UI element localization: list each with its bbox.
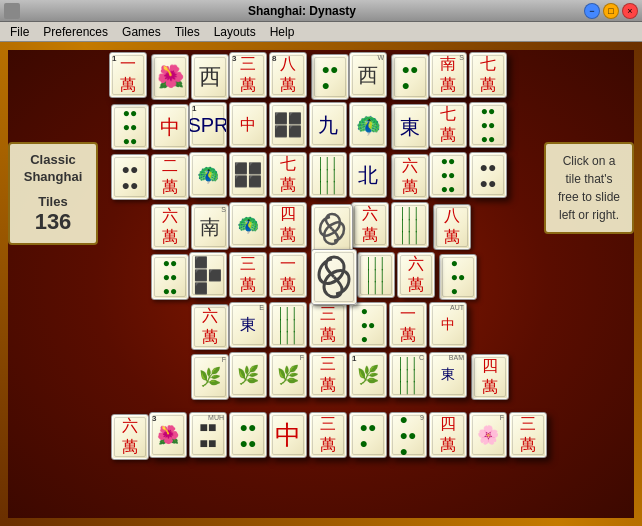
tile[interactable]: 🦚	[189, 152, 227, 198]
tile[interactable]: C│││││││││	[389, 352, 427, 398]
tile[interactable]: 三萬	[509, 412, 547, 458]
tile[interactable]: E東	[229, 302, 267, 348]
mahjong-board: 1一萬 🌺 西 3三萬 8八萬 ●●● W西 ●●● S南萬 七萬 ●●●●●●…	[111, 54, 531, 514]
tile[interactable]: 8八萬	[269, 52, 307, 98]
tile[interactable]: │││││││││	[269, 302, 307, 348]
tile[interactable]: 七萬	[269, 152, 307, 198]
tile[interactable]: ⬛⬛⬛⬛	[189, 252, 227, 298]
tile[interactable]: 六萬	[111, 414, 149, 460]
hint-text: Click on a tile that's free to slide lef…	[558, 154, 620, 222]
tile[interactable]: F🌸	[469, 412, 507, 458]
minimize-button[interactable]: −	[584, 3, 600, 19]
tile[interactable]: ●●●●	[439, 254, 477, 300]
game-area: Classic Shanghai Tiles 136 Click on a ti…	[0, 42, 642, 526]
tile[interactable]: 三萬	[309, 412, 347, 458]
tile[interactable]: │││││││││	[357, 252, 395, 298]
tile[interactable]: ●●●●●●	[469, 102, 507, 148]
tile[interactable]: S南	[191, 204, 229, 250]
tile[interactable]: ⬛⬛⬛⬛	[269, 102, 307, 148]
tile[interactable]: 3三萬	[229, 52, 267, 98]
menu-preferences[interactable]: Preferences	[37, 23, 114, 41]
tile[interactable]: ⬛⬛⬛⬛	[229, 152, 267, 198]
tile[interactable]: 一萬	[269, 252, 307, 298]
menu-tiles[interactable]: Tiles	[169, 23, 206, 41]
board-container: 1一萬 🌺 西 3三萬 8八萬 ●●● W西 ●●● S南萬 七萬 ●●●●●●…	[100, 52, 542, 516]
tile[interactable]: │││││││││	[309, 152, 347, 198]
tile-count: 136	[18, 209, 88, 235]
tile[interactable]: 二萬	[151, 154, 189, 200]
tile[interactable]: 三萬	[309, 302, 347, 348]
menu-help[interactable]: Help	[264, 23, 301, 41]
tile[interactable]: 西	[191, 54, 229, 100]
game-info-panel: Classic Shanghai Tiles 136	[8, 142, 98, 245]
tile[interactable]: ●●●	[391, 54, 429, 100]
window-title: Shanghai: Dynasty	[20, 4, 584, 18]
tile[interactable]: 四萬	[269, 202, 307, 248]
tile[interactable]: 六萬	[351, 202, 389, 248]
tile[interactable]: 🌿	[229, 352, 267, 398]
tile[interactable]: 1🌿	[349, 352, 387, 398]
window-controls: − □ ×	[584, 3, 638, 19]
tile[interactable]: 🦚	[229, 202, 267, 248]
tile[interactable]: ●●●●●●	[111, 104, 149, 150]
tile[interactable]: │││││││││	[391, 202, 429, 248]
tiles-label: Tiles	[18, 194, 88, 209]
tile[interactable]: 九	[309, 102, 347, 148]
app-icon	[4, 3, 20, 19]
tile[interactable]: 六萬	[191, 304, 229, 350]
tile[interactable]: F🌿	[269, 352, 307, 398]
tile[interactable]: 三萬	[229, 252, 267, 298]
tile[interactable]: 中	[269, 412, 307, 458]
tile[interactable]: ●●●●	[349, 302, 387, 348]
tile[interactable]: 六萬	[391, 154, 429, 200]
tile[interactable]: ●●●●	[111, 154, 149, 200]
tile[interactable]: F🌿	[191, 354, 229, 400]
tile[interactable]: 七萬	[429, 102, 467, 148]
tile[interactable]: 八萬	[433, 204, 471, 250]
tile[interactable]: 三萬	[309, 352, 347, 398]
tile[interactable]: BAM東	[429, 352, 467, 398]
tile[interactable]: AUT中	[429, 302, 467, 348]
tile[interactable]: ●●●●	[229, 412, 267, 458]
game-type-label: Classic Shanghai	[18, 152, 88, 186]
tile[interactable]: ●●●●●●	[151, 254, 189, 300]
close-button[interactable]: ×	[622, 3, 638, 19]
tile[interactable]: 1SPR	[189, 102, 227, 148]
tile[interactable]: ●●●●●●	[429, 152, 467, 198]
large-spiral-tile[interactable]	[311, 249, 357, 305]
tile[interactable]: ●●●●	[469, 152, 507, 198]
menu-games[interactable]: Games	[116, 23, 167, 41]
menu-bar: File Preferences Games Tiles Layouts Hel…	[0, 22, 642, 42]
maximize-button[interactable]: □	[603, 3, 619, 19]
tile[interactable]: 🌺	[151, 54, 189, 100]
tile[interactable]: 四萬	[471, 354, 509, 400]
tile[interactable]: W西	[349, 52, 387, 98]
tile[interactable]: 一萬	[389, 302, 427, 348]
tile[interactable]: S南萬	[429, 52, 467, 98]
tile[interactable]: 3🌺	[149, 412, 187, 458]
tile[interactable]: 9●●●●	[389, 412, 427, 458]
tile[interactable]: 七萬	[469, 52, 507, 98]
title-bar: Shanghai: Dynasty − □ ×	[0, 0, 642, 22]
tile[interactable]: 東	[391, 104, 429, 150]
tile[interactable]: 1一萬	[109, 52, 147, 98]
tile[interactable]: 中	[151, 104, 189, 150]
tile[interactable]: 中	[229, 102, 267, 148]
tile[interactable]: MUH■■■■	[189, 412, 227, 458]
hint-panel: Click on a tile that's free to slide lef…	[544, 142, 634, 234]
tile[interactable]: 四萬	[429, 412, 467, 458]
tile[interactable]: 六萬	[151, 204, 189, 250]
menu-layouts[interactable]: Layouts	[208, 23, 262, 41]
menu-file[interactable]: File	[4, 23, 35, 41]
tile[interactable]: ●●●	[311, 54, 349, 100]
tile[interactable]: 🦚	[349, 102, 387, 148]
tile[interactable]: ●●●	[349, 412, 387, 458]
spiral-tile[interactable]	[311, 204, 353, 254]
tile[interactable]: 北	[349, 152, 387, 198]
tile[interactable]: 六萬	[397, 252, 435, 298]
